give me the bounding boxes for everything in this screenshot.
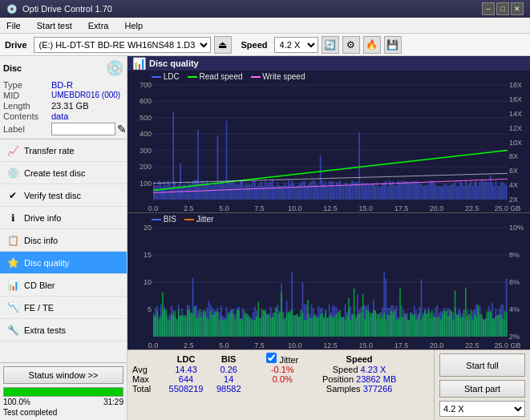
transfer-rate-icon: 📈 — [6, 144, 19, 157]
chart-header: 📊 Disc quality — [127, 56, 530, 71]
position-value: 23862 MB — [356, 374, 396, 384]
speed-select[interactable]: 4.2 X 2.0 X 6.0 X — [274, 37, 318, 53]
label-input[interactable] — [51, 123, 115, 135]
disc-panel-icon: 💿 — [106, 59, 123, 77]
fe-te-icon: 📉 — [6, 301, 19, 314]
speed-value: 4.23 X — [361, 365, 386, 374]
bis-canvas — [127, 213, 530, 349]
ldc-avg: 14.43 — [161, 365, 211, 374]
sidebar-item-extra-tests[interactable]: 🔧 Extra tests — [0, 319, 127, 341]
speed-label: Speed — [241, 40, 268, 50]
charts-area: LDC Read speed Write speed BIS Jitter — [127, 71, 530, 349]
stats-controls-bar: LDC BIS Jitter Speed Avg 14.43 0.26 — [127, 349, 530, 420]
length-value: 23.31 GB — [51, 101, 88, 111]
app-icon: 💿 — [6, 4, 18, 14]
samples-row: Samples 377266 — [305, 384, 413, 394]
burn-button[interactable]: 🔥 — [363, 36, 381, 54]
label-edit-icon[interactable]: ✎ — [117, 123, 127, 135]
save-button[interactable]: 💾 — [384, 36, 402, 54]
sidebar-item-create-test[interactable]: 💿 Create test disc — [0, 162, 127, 184]
app-title: Opti Drive Control 1.70 — [22, 4, 112, 14]
eject-button[interactable]: ⏏ — [214, 36, 232, 54]
bis-max: 14 — [211, 374, 246, 384]
bottom-legend: BIS Jitter — [152, 215, 213, 224]
samples-value: 377266 — [363, 384, 393, 394]
drive-info-icon: ℹ — [6, 212, 19, 224]
jitter-avg: -0.1% — [259, 365, 305, 374]
sidebar: Disc 💿 Type BD-R MID UMEBDR016 (000) Len… — [0, 56, 127, 420]
status-window-button[interactable]: Status window >> — [3, 366, 123, 384]
jitter-legend: Jitter — [184, 215, 213, 224]
jitter-check-cell[interactable]: Jitter — [259, 353, 305, 365]
write-speed-legend: Write speed — [251, 72, 305, 81]
sidebar-item-disc-quality[interactable]: ⭐ Disc quality — [0, 252, 127, 274]
extra-tests-icon: 🔧 — [6, 324, 19, 337]
sidebar-item-drive-info[interactable]: ℹ Drive info — [0, 207, 127, 229]
contents-label: Contents — [3, 111, 51, 121]
titlebar-controls: – □ ✕ — [482, 2, 524, 15]
menu-start-test[interactable]: Start test — [34, 19, 75, 32]
position-label: Position — [322, 374, 354, 384]
mid-value: UMEBDR016 (000) — [51, 91, 120, 100]
speed-dropdown[interactable]: 4.2 X 2.0 X 6.0 X 8.0 X — [439, 401, 525, 417]
status-percent: 100.0% — [3, 398, 30, 406]
ldc-canvas — [127, 71, 530, 212]
samples-label: Samples — [326, 384, 361, 394]
titlebar-left: 💿 Opti Drive Control 1.70 — [6, 4, 112, 14]
max-label: Max — [132, 374, 161, 384]
sidebar-item-transfer-rate[interactable]: 📈 Transfer rate — [0, 139, 127, 162]
create-test-icon: 💿 — [6, 167, 19, 180]
status-bar-container: 100.0% 31:29 — [3, 387, 123, 406]
refresh-button[interactable]: 🔄 — [322, 36, 339, 54]
label-label: Label — [3, 124, 51, 134]
verify-test-icon: ✔ — [6, 189, 19, 202]
minimize-button[interactable]: – — [482, 2, 495, 15]
titlebar: 💿 Opti Drive Control 1.70 – □ ✕ — [0, 0, 530, 18]
status-bar-bg — [3, 387, 123, 397]
sidebar-item-disc-info[interactable]: 📋 Disc info — [0, 229, 127, 252]
stats-table: LDC BIS Jitter Speed Avg 14.43 0.26 — [127, 350, 434, 420]
contents-value: data — [51, 111, 68, 121]
sidebar-item-label: Drive info — [24, 213, 61, 223]
total-label: Total — [132, 384, 161, 394]
menu-file[interactable]: File — [3, 19, 24, 32]
status-bar-fill — [4, 388, 123, 396]
ldc-total: 5508219 — [161, 384, 211, 394]
jitter-checkbox[interactable] — [266, 353, 277, 363]
close-button[interactable]: ✕ — [511, 2, 524, 15]
sidebar-item-fe-te[interactable]: 📉 FE / TE — [0, 297, 127, 319]
nav-items: 📈 Transfer rate 💿 Create test disc ✔ Ver… — [0, 139, 127, 362]
drive-select[interactable]: (E:) HL-DT-ST BD-RE WH16NS48 1.D3 — [34, 37, 211, 53]
start-full-button[interactable]: Start full — [439, 353, 525, 377]
avg-label: Avg — [132, 365, 161, 374]
sidebar-item-cd-bler[interactable]: 📊 CD Bler — [0, 274, 127, 297]
settings-button[interactable]: ⚙ — [342, 36, 360, 54]
right-panel: 📊 Disc quality LDC Read speed Write spee… — [127, 56, 530, 420]
speed-label: Speed — [333, 365, 358, 374]
chart-title: Disc quality — [149, 59, 199, 68]
sidebar-item-label: Disc info — [24, 236, 58, 245]
top-legend: LDC Read speed Write speed — [152, 72, 305, 81]
start-part-button[interactable]: Start part — [439, 380, 525, 398]
speed-control-row: Start part — [439, 380, 525, 398]
ldc-max: 644 — [161, 374, 211, 384]
sidebar-item-verify-test[interactable]: ✔ Verify test disc — [0, 184, 127, 207]
bis-legend: BIS — [152, 215, 176, 224]
menu-extra[interactable]: Extra — [85, 19, 112, 32]
sidebar-item-label: Disc quality — [24, 258, 69, 268]
menu-help[interactable]: Help — [121, 19, 146, 32]
status-text: 100.0% 31:29 — [3, 398, 123, 406]
toolbar: Drive (E:) HL-DT-ST BD-RE WH16NS48 1.D3 … — [0, 34, 530, 56]
bottom-chart: BIS Jitter — [127, 213, 530, 349]
sidebar-item-label: Create test disc — [24, 168, 85, 178]
length-label: Length — [3, 101, 51, 111]
read-speed-legend: Read speed — [188, 72, 243, 81]
cd-bler-icon: 📊 — [6, 279, 19, 292]
jitter-max: 0.0% — [259, 374, 305, 384]
chart-icon: 📊 — [132, 57, 146, 70]
speed-col-header: Speed — [305, 353, 413, 365]
sidebar-item-label: Extra tests — [24, 325, 66, 335]
sidebar-item-label: Verify test disc — [24, 191, 81, 200]
maximize-button[interactable]: □ — [496, 2, 509, 15]
status-time: 31:29 — [103, 398, 123, 406]
